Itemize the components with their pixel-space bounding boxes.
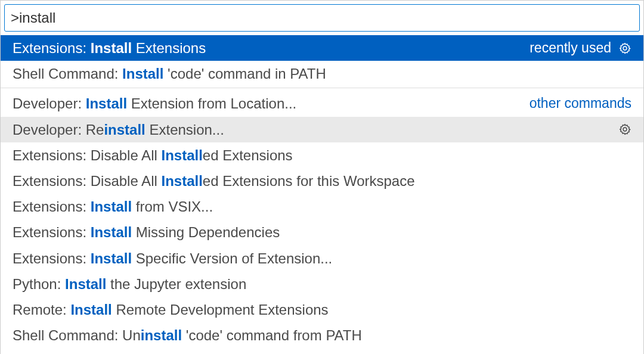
gear-icon[interactable]: [618, 42, 631, 55]
command-result-label: Tauri: Install Missing Dependencies: [13, 352, 631, 354]
meta-text: other commands: [530, 95, 631, 113]
command-result-label: Extensions: Install Specific Version of …: [13, 249, 631, 268]
command-result-meta: recently used: [530, 39, 631, 57]
command-result-item[interactable]: Tauri: Install Missing Dependencies: [1, 348, 643, 354]
command-result-item[interactable]: Extensions: Install from VSIX...: [1, 194, 643, 219]
command-result-item[interactable]: Remote: Install Remote Development Exten…: [1, 297, 643, 322]
command-result-label: Extensions: Install Extensions: [13, 39, 530, 57]
gear-icon[interactable]: [618, 123, 631, 136]
command-result-label: Developer: Reinstall Extension...: [13, 120, 618, 139]
command-result-item[interactable]: Extensions: Install Specific Version of …: [1, 246, 643, 271]
command-result-label: Shell Command: Uninstall 'code' command …: [13, 326, 631, 344]
command-result-item[interactable]: Extensions: Disable All Installed Extens…: [1, 142, 643, 168]
command-result-label: Extensions: Disable All Installed Extens…: [13, 172, 631, 190]
command-result-meta: other commands: [530, 95, 631, 113]
command-result-item[interactable]: Python: Install the Jupyter extension: [1, 271, 643, 297]
command-result-item[interactable]: Developer: Install Extension from Locati…: [1, 89, 643, 116]
command-result-item[interactable]: Extensions: Disable All Installed Extens…: [1, 168, 643, 194]
command-result-meta: [618, 123, 631, 136]
command-results-list: Extensions: Install Extensionsrecently u…: [1, 35, 643, 354]
meta-text: recently used: [530, 39, 611, 57]
svg-point-1: [623, 128, 627, 131]
command-result-label: Extensions: Install from VSIX...: [13, 197, 631, 216]
command-result-item[interactable]: Shell Command: Uninstall 'code' command …: [1, 322, 643, 348]
command-result-item[interactable]: Developer: Reinstall Extension...: [1, 117, 643, 142]
command-result-item[interactable]: Shell Command: Install 'code' command in…: [1, 61, 643, 88]
command-search-input[interactable]: [4, 4, 640, 32]
command-result-label: Extensions: Install Missing Dependencies: [13, 223, 631, 241]
command-result-item[interactable]: Extensions: Install Extensionsrecently u…: [1, 35, 643, 61]
command-result-label: Developer: Install Extension from Locati…: [13, 94, 530, 113]
command-result-label: Python: Install the Jupyter extension: [13, 275, 631, 293]
command-result-label: Remote: Install Remote Development Exten…: [13, 300, 631, 319]
command-result-label: Shell Command: Install 'code' command in…: [13, 64, 631, 83]
command-result-item[interactable]: Extensions: Install Missing Dependencies: [1, 219, 643, 245]
command-palette: Extensions: Install Extensionsrecently u…: [0, 0, 644, 354]
svg-point-0: [623, 46, 627, 50]
command-result-label: Extensions: Disable All Installed Extens…: [13, 146, 631, 164]
